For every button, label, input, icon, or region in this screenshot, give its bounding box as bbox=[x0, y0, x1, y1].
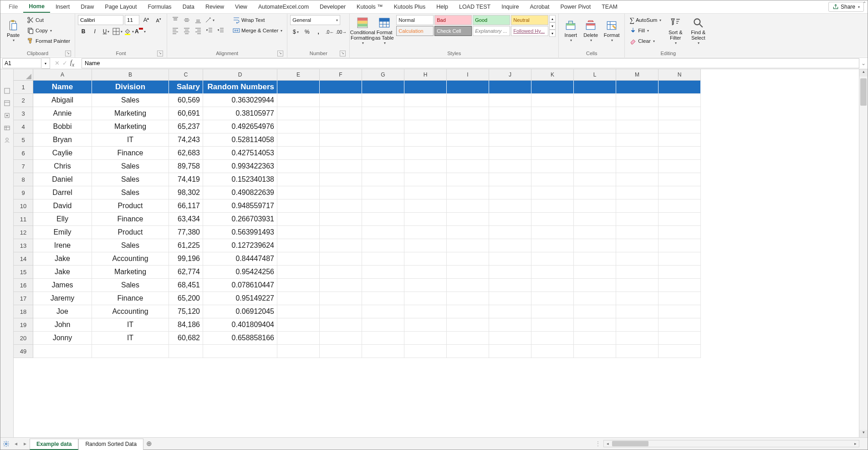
cell[interactable] bbox=[404, 318, 447, 332]
cell[interactable] bbox=[616, 94, 659, 107]
cell[interactable] bbox=[659, 332, 701, 345]
cell[interactable] bbox=[362, 292, 404, 305]
cell[interactable]: Name bbox=[33, 81, 92, 94]
col-header[interactable]: B bbox=[92, 69, 169, 81]
cell[interactable] bbox=[447, 226, 489, 239]
cell[interactable] bbox=[447, 107, 489, 120]
cell[interactable]: 65,237 bbox=[169, 120, 203, 133]
cell[interactable]: 0.38105977 bbox=[203, 107, 277, 120]
cell[interactable]: 0.427514053 bbox=[203, 147, 277, 160]
cell[interactable] bbox=[489, 226, 531, 239]
borders-button[interactable]: ▾ bbox=[112, 26, 123, 36]
cell[interactable]: Jake bbox=[33, 266, 92, 279]
cell[interactable] bbox=[489, 173, 531, 186]
row-header[interactable]: 11 bbox=[14, 213, 33, 226]
cell[interactable] bbox=[320, 318, 362, 332]
style-bad[interactable]: Bad bbox=[434, 15, 472, 25]
cell[interactable]: 0.06912045 bbox=[203, 305, 277, 318]
cell[interactable] bbox=[404, 213, 447, 226]
cell[interactable] bbox=[277, 120, 320, 133]
cell[interactable] bbox=[659, 239, 701, 252]
cell[interactable] bbox=[531, 160, 574, 173]
cell[interactable] bbox=[362, 305, 404, 318]
cell[interactable] bbox=[659, 226, 701, 239]
cell[interactable] bbox=[574, 305, 616, 318]
fx-icon[interactable]: fx bbox=[70, 59, 77, 68]
cell[interactable] bbox=[320, 213, 362, 226]
cell[interactable] bbox=[277, 213, 320, 226]
cell[interactable]: John bbox=[33, 318, 92, 332]
cell[interactable]: 60,569 bbox=[169, 94, 203, 107]
cell[interactable] bbox=[362, 81, 404, 94]
menu-load-test[interactable]: LOAD TEST bbox=[454, 1, 496, 12]
cell[interactable] bbox=[362, 226, 404, 239]
cell[interactable] bbox=[404, 345, 447, 358]
cell[interactable] bbox=[489, 186, 531, 199]
cell[interactable]: Accounting bbox=[92, 252, 169, 266]
cell[interactable]: Caylie bbox=[33, 147, 92, 160]
expand-formula-bar-icon[interactable]: ⌄ bbox=[859, 60, 868, 66]
cell[interactable] bbox=[277, 345, 320, 358]
cell[interactable]: 60,691 bbox=[169, 107, 203, 120]
paste-button[interactable]: Paste ▾ bbox=[3, 15, 23, 47]
cell[interactable] bbox=[574, 120, 616, 133]
cell[interactable]: 0.948559717 bbox=[203, 199, 277, 213]
col-header[interactable]: C bbox=[169, 69, 203, 81]
find-select-button[interactable]: Find & Select▾ bbox=[688, 15, 709, 47]
cell[interactable] bbox=[362, 199, 404, 213]
cell[interactable]: 60,682 bbox=[169, 332, 203, 345]
cell[interactable] bbox=[531, 173, 574, 186]
scrollbar-thumb[interactable] bbox=[860, 78, 867, 106]
cell[interactable] bbox=[574, 81, 616, 94]
cell[interactable] bbox=[489, 292, 531, 305]
cell[interactable]: 61,225 bbox=[169, 239, 203, 252]
cell[interactable] bbox=[447, 120, 489, 133]
cell[interactable] bbox=[320, 107, 362, 120]
menu-automateexcel-com[interactable]: AutomateExcel.com bbox=[253, 1, 314, 12]
font-family-combo[interactable] bbox=[78, 15, 123, 25]
clear-button[interactable]: Clear▾ bbox=[628, 36, 663, 46]
cell[interactable]: Marketing bbox=[92, 107, 169, 120]
cell[interactable] bbox=[489, 147, 531, 160]
cell[interactable] bbox=[447, 266, 489, 279]
cell[interactable] bbox=[489, 279, 531, 292]
cell[interactable]: 0.528114058 bbox=[203, 133, 277, 147]
align-right-button[interactable] bbox=[193, 26, 204, 36]
row-header[interactable]: 15 bbox=[14, 266, 33, 279]
menu-developer[interactable]: Developer bbox=[314, 1, 351, 12]
cell[interactable] bbox=[659, 318, 701, 332]
tab-nav-next[interactable]: ▸ bbox=[20, 440, 30, 447]
row-header[interactable]: 2 bbox=[14, 94, 33, 107]
cell[interactable] bbox=[489, 213, 531, 226]
name-box[interactable] bbox=[2, 58, 41, 68]
cell[interactable] bbox=[616, 226, 659, 239]
insert-cells-button[interactable]: Insert▾ bbox=[562, 15, 580, 47]
cell[interactable] bbox=[362, 120, 404, 133]
cell[interactable] bbox=[489, 305, 531, 318]
cell[interactable] bbox=[320, 94, 362, 107]
cell[interactable]: Finance bbox=[92, 147, 169, 160]
number-format-combo[interactable]: General▾ bbox=[290, 15, 340, 25]
cell[interactable] bbox=[447, 345, 489, 358]
cell[interactable] bbox=[404, 173, 447, 186]
cell[interactable]: David bbox=[33, 199, 92, 213]
cell[interactable] bbox=[404, 199, 447, 213]
cell[interactable] bbox=[362, 173, 404, 186]
conditional-formatting-button[interactable]: Conditional Formatting▾ bbox=[352, 15, 373, 47]
share-button[interactable]: Share ▾ bbox=[828, 2, 864, 12]
cell[interactable] bbox=[659, 107, 701, 120]
cell[interactable]: 62,774 bbox=[169, 266, 203, 279]
row-header[interactable]: 13 bbox=[14, 239, 33, 252]
cell[interactable]: 0.95424256 bbox=[203, 266, 277, 279]
increase-indent-button[interactable] bbox=[215, 26, 226, 36]
dialog-launcher-icon[interactable]: ↘ bbox=[277, 51, 283, 56]
cell[interactable]: Emily bbox=[33, 226, 92, 239]
orientation-button[interactable]: ▾ bbox=[204, 15, 215, 25]
cell[interactable] bbox=[489, 266, 531, 279]
side-icon[interactable] bbox=[4, 112, 10, 119]
cell[interactable] bbox=[277, 318, 320, 332]
cell[interactable] bbox=[447, 279, 489, 292]
format-as-table-button[interactable]: Format as Table▾ bbox=[374, 15, 394, 47]
font-color-button[interactable]: A▾ bbox=[135, 26, 146, 36]
cell[interactable] bbox=[203, 345, 277, 358]
